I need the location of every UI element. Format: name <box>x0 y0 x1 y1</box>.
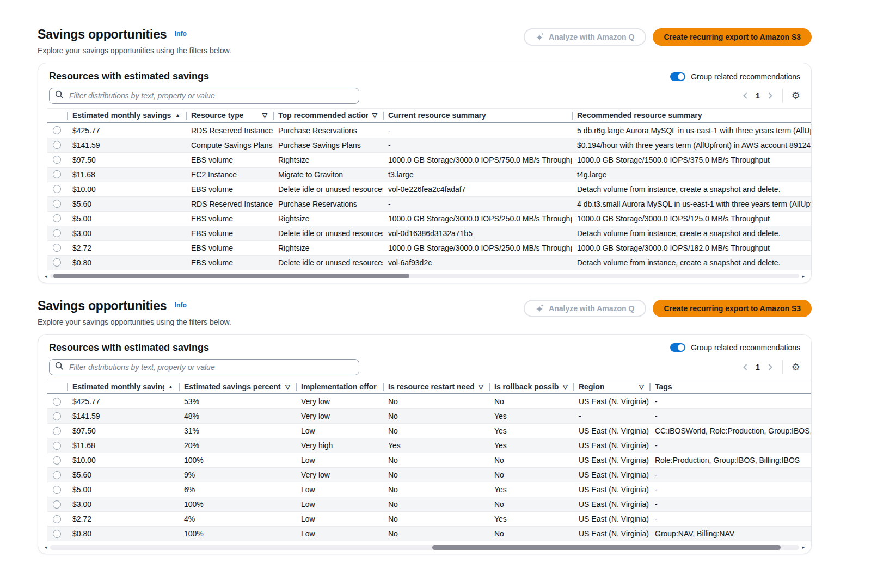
filter-icon[interactable]: ▽ <box>281 383 290 391</box>
table-cell: t4g.large <box>572 167 811 182</box>
filter-search-box[interactable] <box>49 359 359 375</box>
table-cell: Rightsize <box>273 152 383 167</box>
previous-page-button[interactable] <box>742 363 749 371</box>
table-cell: 1000.0 GB Storage/3000.0 IOPS/250.0 MB/s… <box>383 211 572 226</box>
table-cell: $10.00 <box>67 182 186 196</box>
table-cell: US East (N. Virginia) <box>573 424 649 438</box>
row-select-radio[interactable] <box>53 530 61 538</box>
analyze-with-amazon-q-button[interactable]: Analyze with Amazon Q <box>524 300 646 317</box>
table-cell: Delete idle or unused resources <box>273 255 383 270</box>
table-cell: Yes <box>383 438 489 453</box>
toggle-label: Group related recommendations <box>691 72 800 81</box>
column-header-tags: Tags <box>649 380 811 394</box>
table-cell: 100% <box>179 453 296 468</box>
scrollbar-track[interactable] <box>50 545 800 550</box>
group-recommendations-toggle[interactable] <box>670 343 685 352</box>
create-recurring-export-button[interactable]: Create recurring export to Amazon S3 <box>653 28 812 46</box>
row-select-radio[interactable] <box>53 486 61 494</box>
table-cell: Delete idle or unused resources <box>273 226 383 240</box>
column-header-estimated-savings-percentage[interactable]: Estimated savings percentage▽ <box>179 380 296 394</box>
scrollbar-thumb[interactable] <box>53 274 409 278</box>
analyze-button-label: Analyze with Amazon Q <box>549 33 634 41</box>
table-row: $5.609%Very lowNoNoUS East (N. Virginia)… <box>47 468 811 482</box>
divider <box>782 89 783 103</box>
row-select-radio[interactable] <box>53 141 61 149</box>
select-cell <box>47 138 67 152</box>
row-select-radio[interactable] <box>53 412 61 420</box>
column-header-region[interactable]: Region▽ <box>573 380 649 394</box>
sort-ascending-icon[interactable]: ▲ <box>164 384 173 389</box>
row-select-radio[interactable] <box>53 185 61 193</box>
row-select-radio[interactable] <box>53 170 61 178</box>
filter-icon[interactable]: ▽ <box>559 383 568 391</box>
next-page-button[interactable] <box>767 363 774 371</box>
table-cell: 100% <box>179 527 296 541</box>
analyze-with-amazon-q-button[interactable]: Analyze with Amazon Q <box>524 28 646 46</box>
filter-icon[interactable]: ▽ <box>474 383 483 391</box>
filter-icon[interactable]: ▽ <box>635 383 644 391</box>
row-select-radio[interactable] <box>53 427 61 435</box>
scroll-left-icon[interactable]: ◂ <box>45 273 47 280</box>
table-row: $0.80EBS volumeDelete idle or unused res… <box>47 255 811 270</box>
previous-page-button[interactable] <box>742 92 749 100</box>
settings-gear-icon[interactable]: ⚙ <box>792 362 800 372</box>
row-select-radio[interactable] <box>53 229 61 237</box>
table-cell: - <box>383 123 572 138</box>
filter-search-box[interactable] <box>49 88 359 104</box>
group-recommendations-control: Group related recommendations <box>670 343 800 352</box>
column-header-is-rollback-possible[interactable]: Is rollback possible▽ <box>489 380 573 394</box>
horizontal-scrollbar[interactable]: ◂ ▸ <box>45 544 805 550</box>
row-select-radio[interactable] <box>53 244 61 252</box>
current-page-number[interactable]: 1 <box>756 91 760 100</box>
table-cell: $5.60 <box>67 196 186 211</box>
scroll-right-icon[interactable]: ▸ <box>802 544 805 550</box>
info-link[interactable]: Info <box>175 301 187 309</box>
table-cell: Low <box>296 512 383 527</box>
row-select-radio[interactable] <box>53 456 61 465</box>
search-input[interactable] <box>68 91 353 101</box>
resources-panel: Resources with estimated savings Group r… <box>38 334 812 555</box>
scroll-right-icon[interactable]: ▸ <box>802 273 805 280</box>
settings-gear-icon[interactable]: ⚙ <box>792 91 800 101</box>
next-page-button[interactable] <box>767 92 774 100</box>
filter-icon[interactable]: ▽ <box>258 112 267 119</box>
create-recurring-export-button[interactable]: Create recurring export to Amazon S3 <box>653 300 812 317</box>
row-select-radio[interactable] <box>53 258 61 267</box>
row-select-radio[interactable] <box>53 471 61 479</box>
sort-ascending-icon[interactable]: ▲ <box>171 113 180 118</box>
group-recommendations-toggle[interactable] <box>670 72 685 81</box>
info-link[interactable]: Info <box>175 30 187 38</box>
table-row: $141.59Compute Savings PlansPurchase Sav… <box>47 138 811 152</box>
table-cell: Low <box>296 527 383 541</box>
column-header-is-resource-restart-needed[interactable]: Is resource restart needed▽ <box>383 380 489 394</box>
row-select-radio[interactable] <box>53 200 61 208</box>
scrollbar-track[interactable] <box>50 274 800 278</box>
row-select-radio[interactable] <box>53 500 61 509</box>
row-select-radio[interactable] <box>53 515 61 523</box>
scroll-left-icon[interactable]: ◂ <box>45 544 47 550</box>
table-cell: US East (N. Virginia) <box>573 527 649 541</box>
scrollbar-thumb[interactable] <box>432 545 781 550</box>
row-select-radio[interactable] <box>53 214 61 222</box>
table-cell: Very high <box>296 438 383 453</box>
table-cell: $0.80 <box>67 255 186 270</box>
table-cell: $3.00 <box>67 497 179 512</box>
column-header-top-recommended-action[interactable]: Top recommended action▽ <box>273 109 383 123</box>
row-select-radio[interactable] <box>53 126 61 134</box>
search-input[interactable] <box>68 362 353 372</box>
page-subtitle: Explore your savings opportunities using… <box>38 318 231 326</box>
table-row: $3.00100%LowNoNoUS East (N. Virginia)- <box>47 497 811 512</box>
pagination: 1 ⚙ <box>742 89 800 103</box>
column-header-estimated-monthly-savings[interactable]: Estimated monthly savings▲ <box>67 380 179 394</box>
group-recommendations-control: Group related recommendations <box>670 72 800 81</box>
row-select-radio[interactable] <box>53 156 61 164</box>
horizontal-scrollbar[interactable]: ◂ ▸ <box>45 273 805 280</box>
current-page-number[interactable]: 1 <box>756 363 760 372</box>
column-header-resource-type[interactable]: Resource type▽ <box>186 109 273 123</box>
table-cell: 48% <box>179 409 296 424</box>
row-select-radio[interactable] <box>53 398 61 406</box>
column-header-estimated-monthly-savings[interactable]: Estimated monthly savings▲ <box>67 109 186 123</box>
table-cell: $425.77 <box>67 394 179 409</box>
filter-icon[interactable]: ▽ <box>368 112 377 119</box>
row-select-radio[interactable] <box>53 442 61 450</box>
